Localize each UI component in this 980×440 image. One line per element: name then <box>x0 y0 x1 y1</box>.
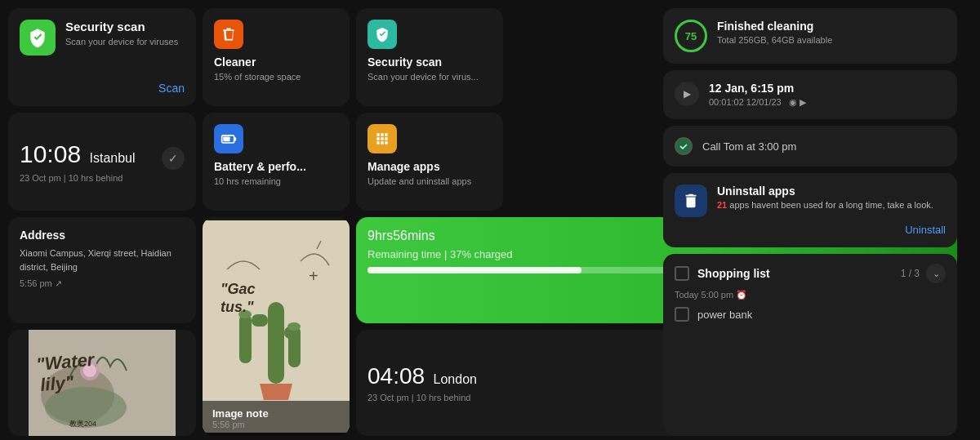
manage-icon <box>368 124 397 153</box>
svg-text:+: + <box>309 267 318 285</box>
uninstall-title: Uninstall apps <box>717 184 933 198</box>
image-note-card: "Gac tus." + Image note 5:56 pm <box>203 217 350 436</box>
battery-mins-unit: mins <box>408 229 435 243</box>
finished-cleaning-card: 75 Finished cleaning Total 256GB, 64GB a… <box>663 8 957 64</box>
waterlily-image: "Water lily" 教奥204 <box>8 330 196 436</box>
cleaning-badge: 75 <box>675 20 707 52</box>
shopping-item-checkbox[interactable] <box>675 307 689 322</box>
address-lines: Xiaomi Campus, Xierqi street, Haidian di… <box>20 247 185 273</box>
shopping-title: Shopping list <box>697 267 770 280</box>
battery-bar-fill <box>368 267 581 273</box>
clock-time: 10:08 <box>20 140 81 167</box>
call-check[interactable] <box>675 137 693 155</box>
security-small-card[interactable]: Security scan Scan your device for virus… <box>356 8 503 106</box>
security-icon <box>20 20 56 56</box>
battery-hours-unit: hrs <box>375 229 393 243</box>
svg-marker-16 <box>260 384 292 400</box>
call-tom-text: Call Tom at 3:00 pm <box>702 140 796 153</box>
play-button[interactable]: ▶ <box>675 82 699 106</box>
uninstall-icon <box>675 184 707 217</box>
manage-apps-card[interactable]: Manage apps Update and uninstall apps <box>356 113 503 211</box>
uninstall-desc: apps havent been used for a long time, t… <box>727 200 933 210</box>
recording-card: ▶ 12 Jan, 6:15 pm 00:01:02 12/01/23 ◉ ▶ <box>663 70 957 119</box>
cleaning-subtitle: Total 256GB, 64GB available <box>717 35 832 45</box>
uninstall-card: Uninstall apps 21 apps havent been used … <box>663 173 957 247</box>
istanbul-clock-card: 10:08 Istanbul ✓ 23 Oct pm | 10 hrs behi… <box>8 113 196 211</box>
address-time: 5:56 pm ↗ <box>20 278 185 289</box>
shopping-expand-button[interactable]: ⌄ <box>926 264 946 283</box>
security-small-icon <box>368 20 397 49</box>
waterlily-card: "Water lily" 教奥204 <box>8 330 196 436</box>
cleaner-icon <box>214 20 243 49</box>
cleaning-title: Finished cleaning <box>717 20 832 33</box>
london-city: London <box>434 372 477 386</box>
shopping-count: 1 / 3 <box>901 268 920 279</box>
address-title: Address <box>20 229 185 242</box>
recording-title: 12 Jan, 6:15 pm <box>709 82 946 95</box>
clock-city: Istanbul <box>90 151 136 165</box>
recording-subtitle: 00:01:02 12/01/23 ◉ ▶ <box>709 97 946 108</box>
image-note-label: Image note 5:56 pm <box>203 401 350 436</box>
shopping-card: Shopping list 1 / 3 ⌄ Today 5:00 pm ⏰ po… <box>663 254 957 436</box>
svg-rect-23 <box>223 137 229 142</box>
svg-text:"Gac: "Gac <box>220 281 256 297</box>
shopping-item: power bank <box>675 307 946 322</box>
battery-subtitle: 10 hrs remaining <box>214 176 338 186</box>
security-subtitle: Scan your device for viruses <box>65 37 185 47</box>
right-panel: 75 Finished cleaning Total 256GB, 64GB a… <box>663 8 957 436</box>
cleaner-card[interactable]: Cleaner 15% of storage space <box>203 8 350 106</box>
security-scan-main-card: Security scan Scan your device for virus… <box>8 8 196 106</box>
check-icon[interactable]: ✓ <box>162 147 185 170</box>
svg-rect-9 <box>268 302 284 384</box>
manage-title: Manage apps <box>368 160 492 173</box>
battery-mins: 56 <box>393 229 408 243</box>
security-small-title: Security scan <box>368 56 492 69</box>
svg-text:lily": lily" <box>39 371 75 395</box>
call-tom-card: Call Tom at 3:00 pm <box>663 126 957 167</box>
shopping-time: Today 5:00 pm ⏰ <box>675 290 946 300</box>
battery-hours: 9 <box>368 229 375 243</box>
battery-perf-card[interactable]: Battery & perfo... 10 hrs remaining <box>203 113 350 211</box>
svg-text:教奥204: 教奥204 <box>69 420 96 428</box>
svg-point-15 <box>287 322 301 331</box>
clock-detail: 23 Oct pm | 10 hrs behind <box>20 173 185 183</box>
london-time: 04:08 <box>368 363 425 389</box>
shopping-item-text: power bank <box>697 309 752 321</box>
image-note-time: 5:56 pm <box>212 420 340 429</box>
manage-subtitle: Update and uninstall apps <box>368 176 492 186</box>
address-card: Address Xiaomi Campus, Xierqi street, Ha… <box>8 217 196 323</box>
svg-rect-11 <box>252 314 268 327</box>
scan-button[interactable]: Scan <box>158 82 185 95</box>
svg-rect-22 <box>234 137 237 140</box>
cleaner-subtitle: 15% of storage space <box>214 72 338 82</box>
security-title: Security scan <box>65 20 185 33</box>
battery-title: Battery & perfo... <box>214 160 338 173</box>
security-small-subtitle: Scan your device for virus... <box>368 72 492 82</box>
uninstall-button[interactable]: Uninstall <box>675 224 946 236</box>
battery-icon <box>214 124 243 153</box>
uninstall-count: 21 <box>717 200 727 210</box>
image-note-title: Image note <box>212 407 340 420</box>
shopping-checkbox[interactable] <box>675 266 689 281</box>
cleaner-title: Cleaner <box>214 56 338 69</box>
svg-text:tus.": tus." <box>220 299 254 315</box>
svg-rect-10 <box>239 314 252 363</box>
